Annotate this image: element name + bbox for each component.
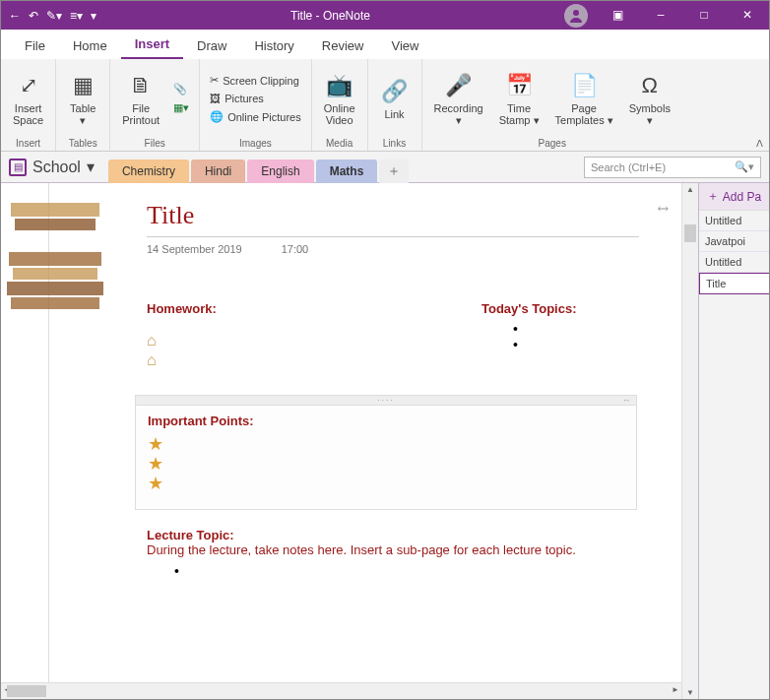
menu-bar: File Home Insert Draw History Review Vie…	[1, 30, 769, 59]
list-icon[interactable]: ≡▾	[70, 9, 83, 23]
menu-view[interactable]: View	[377, 32, 432, 59]
minimize-icon[interactable]: –	[639, 1, 682, 30]
group-label: Images	[239, 136, 272, 151]
lecture-heading[interactable]: Lecture Topic:	[147, 528, 639, 542]
notebook-nav: ▤ School ▾ ChemistryHindiEnglishMaths＋ S…	[1, 152, 769, 183]
menu-home[interactable]: Home	[59, 32, 121, 59]
search-icon: 🔍▾	[735, 160, 754, 173]
svg-rect-4	[13, 268, 97, 280]
maximize-icon[interactable]: □	[682, 1, 726, 30]
online-video-button[interactable]: 📺Online Video	[318, 65, 361, 132]
group-label: Files	[145, 136, 165, 151]
scroll-thumb[interactable]	[684, 224, 696, 242]
lecture-bullet[interactable]: •	[174, 563, 639, 579]
pictures-button[interactable]: 🖼 Pictures	[206, 91, 305, 106]
menu-history[interactable]: History	[240, 32, 307, 59]
page-date[interactable]: 14 September 2019	[147, 243, 242, 255]
menu-review[interactable]: Review	[308, 32, 378, 59]
table-button[interactable]: ▦Table▾	[62, 65, 103, 132]
group-label: Tables	[69, 136, 97, 151]
section-tab[interactable]: Chemistry	[108, 159, 189, 183]
svg-rect-2	[15, 219, 96, 230]
pages-panel: ＋ Add Pa UntitledJavatpoiUntitledTitle	[698, 183, 769, 699]
fullscreen-icon[interactable]: ⤢	[654, 199, 674, 219]
resize-grip-icon[interactable]: ↔	[622, 396, 632, 405]
close-icon[interactable]: ✕	[726, 1, 769, 30]
link-button[interactable]: 🔗Link	[374, 65, 416, 132]
screen-clipping-button[interactable]: ✂ Screen Clipping	[206, 72, 305, 89]
important-container[interactable]: ····↔ Important Points: ★★★	[135, 395, 637, 510]
scroll-thumb[interactable]	[7, 685, 46, 697]
section-tabs: ChemistryHindiEnglishMaths＋	[108, 152, 411, 183]
svg-rect-6	[11, 297, 99, 309]
recording-button[interactable]: 🎤Recording▾	[428, 65, 489, 132]
menu-file[interactable]: File	[11, 32, 59, 59]
page-list-item[interactable]: Title	[699, 273, 769, 294]
group-label: Pages	[539, 136, 566, 151]
important-items[interactable]: ★★★	[148, 434, 624, 493]
books-image	[1, 193, 119, 321]
svg-rect-1	[11, 203, 99, 217]
homework-heading[interactable]: Homework:	[147, 301, 217, 316]
ribbon-mode-icon[interactable]: ▣	[596, 1, 639, 30]
search-input[interactable]: Search (Ctrl+E) 🔍▾	[584, 157, 761, 178]
add-section-button[interactable]: ＋	[379, 159, 409, 183]
menu-draw[interactable]: Draw	[183, 32, 240, 59]
lecture-body[interactable]: During the lecture, take notes here. Ins…	[147, 542, 639, 557]
section-tab[interactable]: Hindi	[191, 159, 245, 183]
page-title[interactable]: Title	[147, 201, 639, 237]
group-label: Links	[383, 136, 406, 151]
scroll-right-icon[interactable]: ►	[672, 685, 679, 694]
title-bar: ← ↶ ✎▾ ≡▾ ▾ Title - OneNote ▣ – □ ✕	[1, 1, 769, 30]
online-pictures-button[interactable]: 🌐 Online Pictures	[206, 108, 305, 125]
time-stamp-button[interactable]: 📅Time Stamp ▾	[493, 65, 545, 132]
scroll-up-icon[interactable]: ▲	[682, 185, 698, 194]
file-printout-button[interactable]: 🗎File Printout	[116, 65, 165, 132]
page-canvas[interactable]: ⤢ Title 14 September 2019 17:00 Homework…	[1, 183, 681, 682]
insert-space-button[interactable]: ⤢Insert Space	[7, 65, 49, 132]
back-icon[interactable]: ←	[9, 9, 21, 23]
page-time[interactable]: 17:00	[282, 243, 309, 255]
page-list-item[interactable]: Javatpoi	[699, 231, 769, 252]
spreadsheet-button[interactable]: ▦▾	[169, 99, 193, 116]
important-heading[interactable]: Important Points:	[148, 414, 624, 428]
group-label: Media	[326, 136, 353, 151]
pen-icon[interactable]: ✎▾	[46, 9, 62, 23]
notebook-selector[interactable]: ▤ School ▾	[9, 158, 95, 176]
svg-rect-5	[7, 282, 103, 295]
workspace: ⤢ Title 14 September 2019 17:00 Homework…	[1, 183, 769, 699]
symbols-button[interactable]: ΩSymbols▾	[623, 65, 676, 132]
page-list-item[interactable]: Untitled	[699, 211, 769, 231]
svg-point-0	[573, 10, 579, 16]
undo-icon[interactable]: ↶	[29, 9, 38, 23]
user-avatar[interactable]	[564, 4, 588, 28]
topics-heading[interactable]: Today's Topics:	[481, 301, 577, 316]
page-list-item[interactable]: Untitled	[699, 252, 769, 273]
horizontal-scrollbar[interactable]: ◄ ►	[1, 682, 681, 699]
page-templates-button[interactable]: 📄Page Templates ▾	[549, 65, 619, 132]
group-label: Insert	[16, 136, 40, 151]
scroll-down-icon[interactable]: ▼	[682, 688, 698, 697]
vertical-scrollbar[interactable]: ▲ ▼	[681, 183, 698, 699]
notebook-icon: ▤	[9, 159, 27, 176]
ribbon: ⤢Insert Space Insert ▦Table▾ Tables 🗎Fil…	[1, 59, 769, 152]
container-handle[interactable]: ····↔	[136, 396, 636, 406]
collapse-ribbon-icon[interactable]: ᐱ	[756, 138, 763, 149]
file-attach-button[interactable]: 📎	[169, 81, 193, 97]
svg-rect-3	[9, 252, 101, 266]
section-tab[interactable]: Maths	[316, 159, 378, 183]
add-page-button[interactable]: ＋ Add Pa	[699, 183, 769, 211]
homework-items[interactable]: ⌂⌂	[147, 331, 157, 370]
topics-bullets[interactable]: ••	[513, 321, 518, 352]
section-tab[interactable]: English	[247, 159, 313, 183]
menu-insert[interactable]: Insert	[121, 31, 183, 59]
window-title: Title - OneNote	[96, 9, 564, 23]
